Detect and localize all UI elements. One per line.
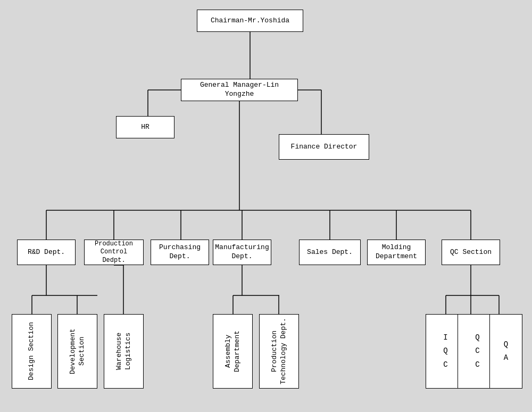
warehouse-label: Warehouse Logistics: [115, 317, 133, 386]
chairman-node: Chairman-Mr.Yoshida: [197, 10, 303, 32]
qc-node: QC Section: [442, 240, 500, 265]
finance-node: Finance Director: [279, 134, 369, 160]
qcc-label: QCC: [475, 331, 479, 372]
prodtech-node: Production Technology Dept.: [259, 314, 299, 389]
chairman-label: Chairman-Mr.Yoshida: [211, 17, 289, 26]
rd-label: R&D Dept.: [28, 248, 65, 257]
development-node: Development Section: [57, 314, 97, 389]
pcd-node: Production Control Dedpt.: [84, 240, 144, 265]
design-node: Design Section: [12, 314, 52, 389]
assembly-node: Assembly Department: [213, 314, 253, 389]
molding-node: Molding Department: [367, 240, 426, 265]
hr-label: HR: [141, 123, 149, 132]
molding-label: Molding Department: [371, 243, 422, 261]
qc-label: QC Section: [450, 248, 492, 257]
manufacturing-label: Manufacturing Dept.: [215, 243, 269, 261]
qa-label: QA: [504, 338, 508, 365]
development-label: Development Section: [69, 317, 87, 386]
purchasing-label: Purchasing Dept.: [154, 243, 205, 261]
hr-node: HR: [116, 116, 174, 138]
org-chart: Chairman-Mr.Yoshida General Manager-Lin …: [0, 0, 532, 412]
sales-node: Sales Dept.: [299, 240, 361, 265]
purchasing-node: Purchasing Dept.: [151, 240, 209, 265]
pcd-label: Production Control Dedpt.: [88, 240, 140, 265]
warehouse-node: Warehouse Logistics: [104, 314, 144, 389]
gm-label: General Manager-Lin Yongzhe: [185, 81, 294, 99]
gm-node: General Manager-Lin Yongzhe: [181, 79, 298, 101]
prodtech-label: Production Technology Dept.: [270, 317, 288, 386]
iqc-label: IQC: [443, 331, 447, 372]
qa-node: QA: [489, 314, 522, 389]
finance-label: Finance Director: [291, 143, 358, 152]
design-label: Design Section: [27, 322, 36, 380]
sales-label: Sales Dept.: [307, 248, 353, 257]
rd-node: R&D Dept.: [17, 240, 76, 265]
manufacturing-node: Manufacturing Dept.: [213, 240, 271, 265]
assembly-label: Assembly Department: [224, 317, 242, 386]
